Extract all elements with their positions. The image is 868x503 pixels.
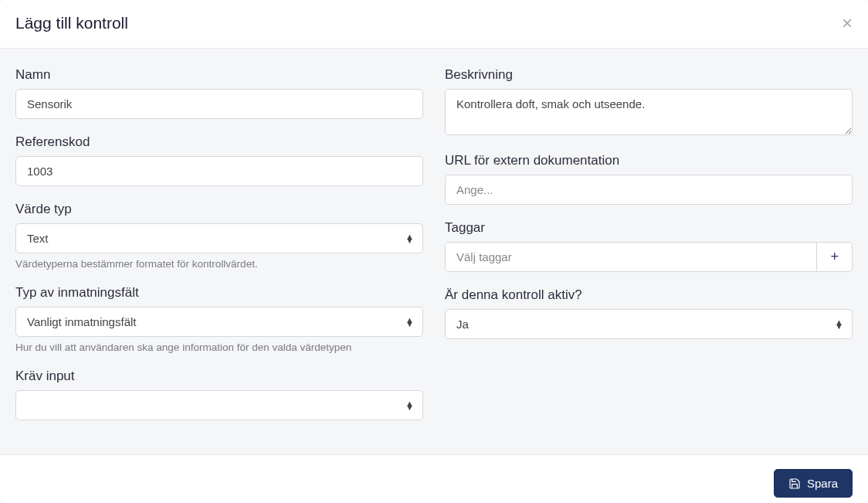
- form-right-column: Beskrivning Kontrollera doft, smak och u…: [445, 67, 853, 436]
- input-type-help: Hur du vill att användaren ska ange info…: [15, 342, 423, 353]
- close-icon: ×: [842, 12, 853, 33]
- modal-header: Lägg till kontroll ×: [0, 0, 868, 48]
- external-url-input[interactable]: [445, 175, 853, 205]
- save-icon: [788, 478, 801, 490]
- require-input-group: Kräv input ▲▼: [15, 369, 423, 420]
- reference-code-label: Referenskod: [15, 134, 423, 150]
- external-url-group: URL för extern dokumentation: [445, 153, 853, 205]
- tags-input[interactable]: [445, 242, 817, 272]
- require-input-label: Kräv input: [15, 369, 423, 384]
- save-button[interactable]: Spara: [774, 469, 853, 498]
- name-group: Namn: [15, 67, 423, 119]
- description-textarea[interactable]: Kontrollera doft, smak och utseende.: [445, 89, 853, 135]
- description-label: Beskrivning: [445, 67, 853, 83]
- form-left-column: Namn Referenskod Värde typ Text ▲▼ Värde…: [15, 67, 423, 436]
- tags-label: Taggar: [445, 220, 853, 236]
- active-select[interactable]: Ja: [445, 309, 853, 339]
- value-type-group: Värde typ Text ▲▼ Värdetyperna bestämmer…: [15, 202, 423, 270]
- add-control-modal: Lägg till kontroll × Namn Referenskod Vä…: [0, 0, 868, 503]
- add-tag-button[interactable]: +: [817, 242, 853, 272]
- tags-group: Taggar +: [445, 220, 853, 272]
- input-type-select[interactable]: Vanligt inmatningsfält: [15, 307, 423, 337]
- active-group: Är denna kontroll aktiv? Ja ▲▼: [445, 287, 853, 339]
- reference-code-group: Referenskod: [15, 134, 423, 186]
- value-type-help: Värdetyperna bestämmer formatet för kont…: [15, 258, 423, 270]
- modal-body: Namn Referenskod Värde typ Text ▲▼ Värde…: [0, 48, 868, 455]
- save-button-label: Spara: [807, 477, 838, 490]
- description-group: Beskrivning Kontrollera doft, smak och u…: [445, 67, 853, 138]
- require-input-select[interactable]: [15, 390, 423, 420]
- modal-footer: Spara: [0, 455, 868, 503]
- close-button[interactable]: ×: [842, 14, 853, 32]
- external-url-label: URL för extern dokumentation: [445, 153, 853, 168]
- value-type-select[interactable]: Text: [15, 223, 423, 253]
- plus-icon: +: [830, 249, 839, 265]
- name-label: Namn: [15, 67, 423, 83]
- input-type-label: Typ av inmatningsfält: [15, 285, 423, 301]
- name-input[interactable]: [15, 89, 423, 119]
- modal-title: Lägg till kontroll: [15, 14, 128, 32]
- active-label: Är denna kontroll aktiv?: [445, 287, 853, 303]
- reference-code-input[interactable]: [15, 156, 423, 186]
- input-type-group: Typ av inmatningsfält Vanligt inmatnings…: [15, 285, 423, 353]
- value-type-label: Värde typ: [15, 202, 423, 217]
